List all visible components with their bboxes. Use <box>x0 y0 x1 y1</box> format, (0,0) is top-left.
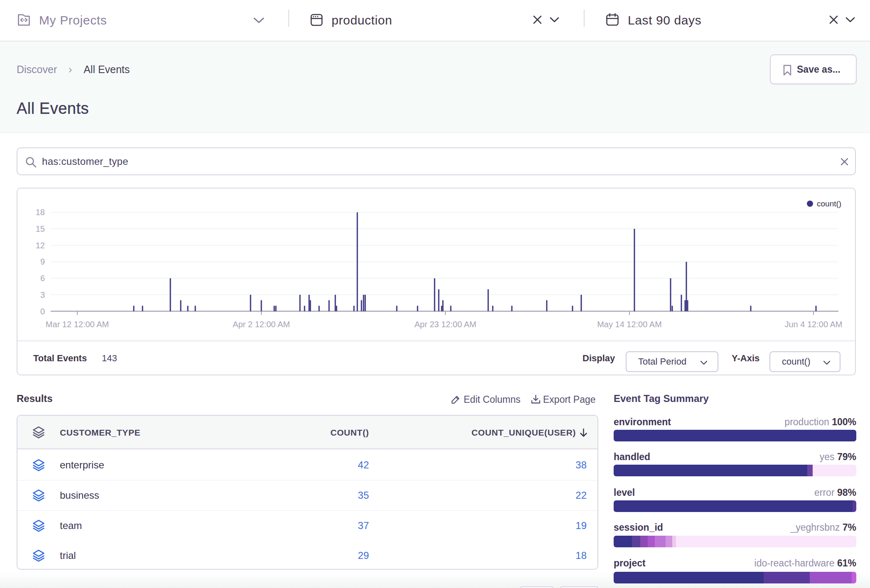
svg-text:18: 18 <box>36 208 45 217</box>
svg-text:Mar 12 12:00 AM: Mar 12 12:00 AM <box>46 320 109 329</box>
svg-text:6: 6 <box>40 274 45 283</box>
svg-text:May 14 12:00 AM: May 14 12:00 AM <box>597 320 662 329</box>
svg-text:Jun 4 12:00 AM: Jun 4 12:00 AM <box>785 320 843 329</box>
svg-text:12: 12 <box>36 241 45 250</box>
svg-text:9: 9 <box>40 257 45 266</box>
svg-text:0: 0 <box>40 307 45 316</box>
svg-text:Apr 2 12:00 AM: Apr 2 12:00 AM <box>233 320 290 329</box>
svg-text:15: 15 <box>36 224 45 233</box>
svg-text:Apr 23 12:00 AM: Apr 23 12:00 AM <box>415 320 477 329</box>
svg-text:3: 3 <box>40 290 45 299</box>
